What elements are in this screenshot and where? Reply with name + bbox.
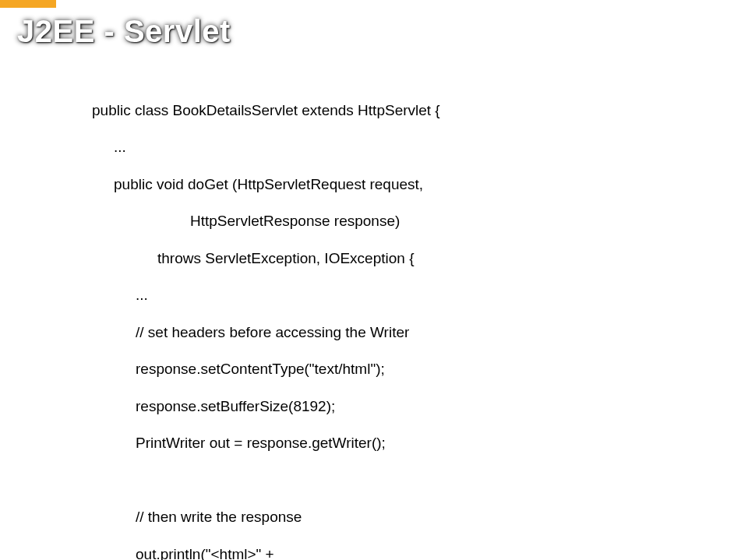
code-line: ... [92, 286, 700, 305]
code-line: out.println("<html>" + [92, 545, 700, 560]
code-line: public void doGet (HttpServletRequest re… [92, 175, 700, 194]
code-block: public class BookDetailsServlet extends … [92, 83, 700, 560]
accent-bar [0, 0, 56, 8]
code-line: response.setContentType("text/html"); [92, 360, 700, 379]
code-line: PrintWriter out = response.getWriter(); [92, 434, 700, 453]
code-line-blank [92, 471, 700, 490]
code-line: public class BookDetailsServlet extends … [92, 101, 700, 120]
code-line: ... [92, 138, 700, 157]
code-line: throws ServletException, IOException { [92, 249, 700, 268]
code-line: response.setBufferSize(8192); [92, 397, 700, 416]
code-line: HttpServletResponse response) [92, 212, 700, 231]
code-line: // set headers before accessing the Writ… [92, 323, 700, 342]
slide: J2EE - Servlet public class BookDetailsS… [0, 0, 748, 560]
slide-title: J2EE - Servlet [17, 14, 231, 49]
code-line: // then write the response [92, 508, 700, 527]
